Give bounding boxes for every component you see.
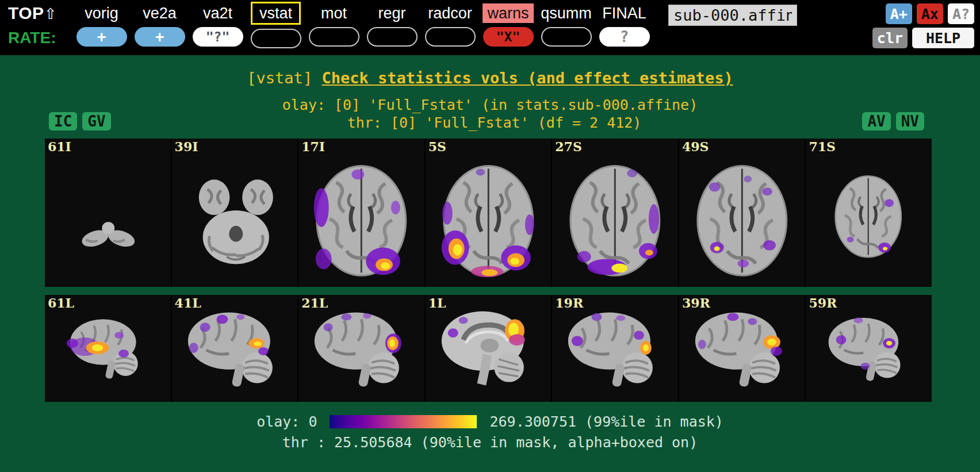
olay-min-label: olay: 0 [257, 413, 317, 430]
brain-slice-image [172, 139, 298, 287]
slice-coord-label: 21L [301, 296, 328, 310]
plasma-colorbar [330, 415, 477, 428]
nav-col-va2t: va2t "?" [189, 3, 247, 47]
slice-coord-label: 39I [175, 139, 198, 154]
brain-slice-image [45, 139, 171, 287]
brain-slice-image [172, 295, 298, 402]
slice-montage: 61I 39I [45, 139, 932, 402]
help-button[interactable]: HELP [912, 28, 974, 48]
nav-col-vstat: vstat [247, 3, 305, 48]
slice-panel: 59R [806, 295, 932, 402]
rate-pill-radcor[interactable] [425, 27, 476, 47]
vstat-section: [vstat] Check statistics vols (and effec… [0, 55, 980, 472]
nav-col-mot: mot [305, 3, 363, 47]
tab-radcor[interactable]: radcor [428, 3, 472, 23]
nav-col-ve2a: ve2a + [131, 3, 189, 47]
slice-coord-label: 41L [175, 296, 201, 310]
slice-panel: 27S [552, 139, 679, 287]
tab-final[interactable]: FINAL [602, 3, 646, 23]
rate-pill-qsumm[interactable] [541, 27, 592, 47]
nav-col-final: FINAL ? [595, 3, 653, 47]
brain-slice-image [426, 139, 552, 287]
section-tag: [vstat] [247, 69, 312, 87]
brain-slice-image [806, 139, 932, 287]
nav-col-warns: warns "X" [479, 3, 537, 47]
brain-slice-image [426, 295, 552, 402]
tab-warns[interactable]: warns [483, 3, 533, 23]
slice-coord-label: 1L [428, 296, 446, 310]
tab-qsumm[interactable]: qsumm [541, 3, 592, 23]
rate-all-question-button[interactable]: A? [948, 3, 974, 24]
rate-pill-mot[interactable] [309, 27, 359, 47]
tab-va2t[interactable]: va2t [203, 3, 232, 23]
rate-pill-ve2a[interactable]: + [135, 27, 185, 47]
nav-col-regr: regr [363, 3, 421, 47]
top-navbar: TOP⇧ RATE: vorig + ve2a + va2t "?" vstat… [0, 0, 980, 55]
rate-pill-final[interactable]: ? [599, 27, 650, 47]
nav-col-radcor: radcor [421, 3, 479, 47]
olay-max-label: 269.300751 (99%ile in mask) [489, 413, 723, 430]
tab-vorig[interactable]: vorig [85, 3, 118, 23]
slice-panel: 39R [679, 295, 806, 402]
tab-ve2a[interactable]: ve2a [143, 3, 177, 23]
overlay-footer: olay: 0 269.300751 (99%ile in mask) thr … [0, 413, 980, 451]
slice-panel: 19R [552, 295, 679, 402]
rate-all-bad-button[interactable]: Ax [917, 3, 943, 24]
gv-button[interactable]: GV [82, 112, 110, 131]
rate-pill-vorig[interactable]: + [76, 27, 127, 47]
slice-coord-label: 17I [301, 139, 325, 154]
ic-button[interactable]: IC [49, 112, 77, 131]
brain-slice-image [298, 139, 424, 287]
nav-col-qsumm: qsumm [537, 3, 595, 47]
slice-panel: 41L [172, 295, 299, 402]
slice-panel: 39I [172, 139, 299, 287]
brain-slice-image [552, 295, 678, 402]
brain-slice-image [552, 139, 678, 287]
nav-col-vorig: vorig + [72, 3, 131, 47]
axial-slice-row: 61I 39I [45, 139, 932, 287]
brain-slice-image [45, 295, 171, 402]
slice-coord-label: 61L [48, 296, 74, 310]
slice-coord-label: 49S [682, 139, 709, 154]
olay-thr-info: olay: [0] 'Full_Fstat' (in stats.sub-000… [0, 96, 980, 132]
top-link[interactable]: TOP⇧ [8, 3, 57, 24]
slice-coord-label: 27S [555, 139, 582, 154]
rate-pill-va2t[interactable]: "?" [193, 27, 243, 47]
slice-panel: 61I [45, 139, 172, 287]
slice-panel: 49S [679, 139, 806, 287]
rate-pill-vstat[interactable] [251, 29, 301, 48]
slice-panel: 21L [298, 295, 426, 402]
slice-panel: 61L [45, 295, 172, 402]
slice-panel: 5S [426, 139, 553, 287]
tab-vstat-active[interactable]: vstat [251, 2, 301, 25]
section-title: [vstat] Check statistics vols (and effec… [0, 69, 980, 87]
up-arrow-icon: ⇧ [44, 5, 57, 22]
section-title-link[interactable]: Check statistics vols (and effect estima… [321, 69, 733, 87]
av-button[interactable]: AV [862, 112, 890, 131]
brain-slice-image [679, 139, 805, 287]
tab-mot[interactable]: mot [321, 3, 347, 23]
slice-coord-label: 61I [48, 139, 71, 154]
rate-pill-regr[interactable] [367, 27, 418, 47]
clear-button[interactable]: clr [872, 28, 908, 48]
subject-id-field[interactable] [668, 5, 797, 26]
slice-panel: 17I [298, 139, 426, 287]
nv-button[interactable]: NV [896, 112, 924, 131]
brain-slice-image [806, 295, 932, 402]
slice-panel: 71S [806, 139, 932, 287]
tab-regr[interactable]: regr [378, 3, 405, 23]
brain-slice-image [298, 295, 424, 402]
slice-coord-label: 19R [555, 296, 583, 310]
nav-home-col: TOP⇧ RATE: [8, 3, 72, 48]
sagittal-slice-row: 61L 41L [45, 295, 932, 402]
rate-all-good-button[interactable]: A+ [886, 3, 912, 24]
slice-coord-label: 39R [682, 296, 710, 310]
thr-info-label: thr : 25.505684 (90%ile in mask, alpha+b… [0, 434, 980, 451]
rate-label: RATE: [8, 28, 56, 48]
rate-pill-warns[interactable]: "X" [483, 27, 534, 47]
slice-panel: 1L [426, 295, 553, 402]
slice-coord-label: 5S [428, 139, 446, 154]
brain-slice-image [679, 295, 805, 402]
slice-coord-label: 71S [809, 139, 836, 154]
slice-coord-label: 59R [809, 296, 837, 310]
